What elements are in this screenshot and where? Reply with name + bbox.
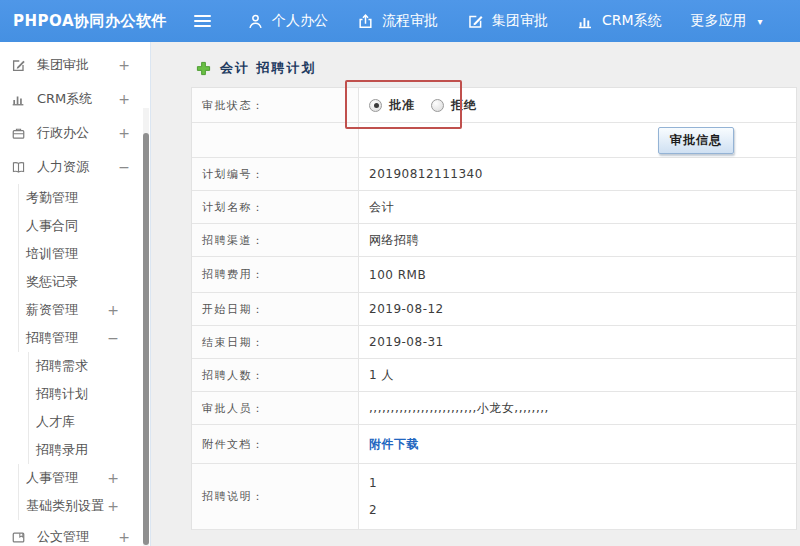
expand-toggle[interactable]: + bbox=[107, 303, 119, 317]
workflow-icon bbox=[357, 13, 374, 30]
field-value: 20190812111340 bbox=[359, 158, 796, 190]
nav-workflow-approval[interactable]: 流程审批 bbox=[357, 12, 438, 30]
page-title: 会计 招聘计划 bbox=[220, 59, 317, 77]
sidebar-item-group-approval[interactable]: 集团审批 + bbox=[0, 48, 150, 82]
sidebar-item-human-resources[interactable]: 人力资源 − bbox=[0, 150, 150, 184]
status-radio-group: 批准 拒绝 bbox=[369, 97, 477, 114]
approval-info-button[interactable]: 审批信息 bbox=[658, 127, 734, 154]
field-value: 网络招聘 bbox=[359, 224, 796, 256]
form-row: 结束日期： 2019-08-31 bbox=[192, 326, 796, 359]
field-label: 审批状态： bbox=[192, 88, 359, 122]
button-row: 审批信息 bbox=[192, 123, 796, 158]
form-row: 招聘费用： 100 RMB bbox=[192, 257, 796, 293]
user-icon bbox=[247, 13, 264, 30]
app-logo[interactable]: PHPOA协同办公软件 bbox=[0, 12, 178, 31]
field-value: 附件下载 bbox=[359, 425, 796, 463]
expand-toggle[interactable]: − bbox=[118, 160, 130, 174]
approval-form: 审批状态： 批准 拒绝 审批信息 计 bbox=[191, 87, 797, 530]
field-value: 2019-08-31 bbox=[359, 326, 796, 358]
field-value: 1 2 bbox=[359, 464, 796, 529]
radio-selected-icon[interactable] bbox=[369, 99, 382, 112]
form-row: 招聘渠道： 网络招聘 bbox=[192, 224, 796, 257]
field-label: 招聘费用： bbox=[192, 257, 359, 292]
expand-toggle[interactable]: + bbox=[107, 499, 119, 513]
sidebar-item-admin-office[interactable]: 行政办公 + bbox=[0, 116, 150, 150]
topbar: PHPOA协同办公软件 个人办公 流程审批 集团审批 CRM系统 更多应用 ▾ bbox=[0, 0, 800, 42]
form-row: 附件文档： 附件下载 bbox=[192, 425, 796, 464]
edit-icon bbox=[11, 58, 27, 73]
radio-unselected-icon[interactable] bbox=[431, 99, 444, 112]
field-value: 会计 bbox=[359, 191, 796, 223]
sidebar-item-recruitment-mgmt[interactable]: 招聘管理 − bbox=[18, 324, 150, 352]
nav-personal-office[interactable]: 个人办公 bbox=[247, 12, 328, 30]
sidebar-item-recruitment-hiring[interactable]: 招聘录用 bbox=[28, 436, 150, 464]
chart-icon bbox=[11, 92, 27, 107]
expand-toggle[interactable]: + bbox=[118, 92, 130, 106]
field-label: 招聘人数： bbox=[192, 359, 359, 391]
page-header: 会计 招聘计划 bbox=[196, 59, 800, 77]
field-label: 招聘说明： bbox=[192, 464, 359, 529]
main-content: 会计 招聘计划 审批状态： 批准 拒绝 审批信息 bbox=[150, 42, 800, 546]
expand-toggle[interactable]: + bbox=[118, 126, 130, 140]
sidebar-item-recruitment-needs[interactable]: 招聘需求 bbox=[28, 352, 150, 380]
sidebar-item-attendance-mgmt[interactable]: 考勤管理 bbox=[18, 184, 150, 212]
add-icon[interactable] bbox=[196, 61, 211, 76]
form-row: 招聘人数： 1 人 bbox=[192, 359, 796, 392]
expand-toggle[interactable]: − bbox=[107, 331, 119, 345]
caret-down-icon: ▾ bbox=[758, 16, 763, 27]
form-rows: 计划编号： 20190812111340 计划名称： 会计 招聘渠道： 网络招聘… bbox=[192, 158, 796, 530]
nav-more-apps[interactable]: 更多应用 ▾ bbox=[691, 12, 763, 30]
expand-toggle[interactable]: + bbox=[107, 471, 119, 485]
radio-reject[interactable]: 拒绝 bbox=[431, 97, 477, 114]
sidebar-item-talent-pool[interactable]: 人才库 bbox=[28, 408, 150, 436]
field-value: 100 RMB bbox=[359, 257, 796, 292]
edit-icon bbox=[467, 13, 484, 30]
sidebar: 集团审批 + CRM系统 + 行政办公 + 人力资源 − 考勤管理 人事合同 培… bbox=[0, 42, 150, 546]
scrollbar-thumb[interactable] bbox=[143, 133, 149, 545]
chart-icon bbox=[577, 13, 594, 30]
field-value: 1 人 bbox=[359, 359, 796, 391]
expand-toggle[interactable]: + bbox=[118, 530, 130, 544]
form-row: 计划编号： 20190812111340 bbox=[192, 158, 796, 191]
sidebar-scrollbar[interactable] bbox=[143, 108, 149, 546]
field-label: 招聘渠道： bbox=[192, 224, 359, 256]
field-label: 计划编号： bbox=[192, 158, 359, 190]
sidebar-item-crm-system[interactable]: CRM系统 + bbox=[0, 82, 150, 116]
sidebar-item-recruitment-plan[interactable]: 招聘计划 bbox=[28, 380, 150, 408]
status-row: 审批状态： 批准 拒绝 bbox=[192, 88, 796, 123]
nav-group-approval[interactable]: 集团审批 bbox=[467, 12, 548, 30]
form-row: 招聘说明： 1 2 bbox=[192, 464, 796, 530]
sidebar-item-training-mgmt[interactable]: 培训管理 bbox=[18, 240, 150, 268]
sidebar-item-salary-mgmt[interactable]: 薪资管理 + bbox=[18, 296, 150, 324]
form-row: 计划名称： 会计 bbox=[192, 191, 796, 224]
document-icon bbox=[11, 530, 27, 545]
top-nav: 个人办公 流程审批 集团审批 CRM系统 更多应用 ▾ bbox=[247, 12, 763, 30]
attachment-download-link[interactable]: 附件下载 bbox=[369, 436, 419, 453]
sidebar-item-base-category-settings[interactable]: 基础类别设置 + bbox=[18, 492, 150, 520]
field-value: 2019-08-12 bbox=[359, 293, 796, 325]
book-icon bbox=[11, 160, 27, 175]
field-label: 附件文档： bbox=[192, 425, 359, 463]
field-label: 审批人员： bbox=[192, 392, 359, 424]
sidebar-menu: 集团审批 + CRM系统 + 行政办公 + 人力资源 − 考勤管理 人事合同 培… bbox=[0, 42, 150, 546]
field-label: 计划名称： bbox=[192, 191, 359, 223]
sidebar-item-reward-records[interactable]: 奖惩记录 bbox=[18, 268, 150, 296]
field-value: ,,,,,,,,,,,,,,,,,,,,,,,,,小龙女,,,,,,,, bbox=[359, 392, 796, 424]
form-row: 开始日期： 2019-08-12 bbox=[192, 293, 796, 326]
expand-toggle[interactable]: + bbox=[118, 58, 130, 72]
form-row: 审批人员： ,,,,,,,,,,,,,,,,,,,,,,,,,小龙女,,,,,,… bbox=[192, 392, 796, 425]
sidebar-item-personnel-mgmt[interactable]: 人事管理 + bbox=[18, 464, 150, 492]
menu-toggle-icon[interactable] bbox=[194, 15, 211, 28]
nav-crm-system[interactable]: CRM系统 bbox=[577, 12, 662, 30]
sidebar-item-document-mgmt[interactable]: 公文管理 + bbox=[0, 520, 150, 546]
field-label: 结束日期： bbox=[192, 326, 359, 358]
field-label: 开始日期： bbox=[192, 293, 359, 325]
radio-approve[interactable]: 批准 bbox=[369, 97, 415, 114]
briefcase-icon bbox=[11, 126, 27, 141]
sidebar-item-hr-contract[interactable]: 人事合同 bbox=[18, 212, 150, 240]
